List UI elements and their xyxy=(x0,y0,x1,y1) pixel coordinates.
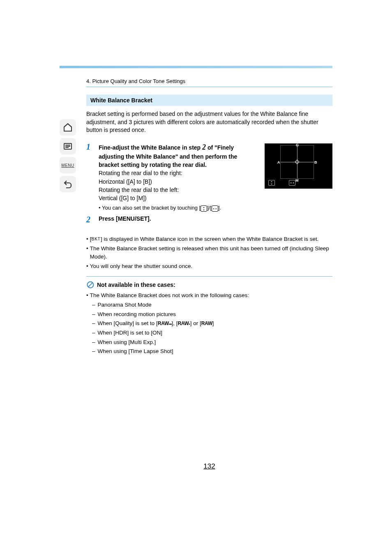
step-2-head: Press [MENU/SET]. xyxy=(99,215,151,222)
vertical-arrows-icon xyxy=(201,205,207,212)
na-lead: •The White Balance Bracket does not work… xyxy=(86,291,332,300)
side-nav: MENU xyxy=(60,119,80,195)
bkt-label: BKT xyxy=(92,237,101,241)
na-i3d: ] xyxy=(212,320,214,326)
wb-label-b: B xyxy=(314,160,317,164)
wb-horizontal-button[interactable] xyxy=(289,180,295,186)
na-list: –Panorama Shot Mode –When recording moti… xyxy=(86,301,332,355)
step-1-note-a: You can also set the bracket by touching… xyxy=(102,205,201,211)
notes-block: • [BKT] is displayed in White Balance ic… xyxy=(86,235,332,270)
na-item: –When using [Multi Exp.] xyxy=(92,338,332,346)
wb-diagram: G A B M xyxy=(265,143,332,189)
header-accent xyxy=(60,66,332,68)
wb-label-m: M xyxy=(295,178,299,182)
menu-icon[interactable]: MENU xyxy=(60,157,76,173)
prohibited-icon xyxy=(86,281,95,289)
note-3: •You will only hear the shutter sound on… xyxy=(86,262,332,270)
na-item: –Panorama Shot Mode xyxy=(92,301,332,309)
step-1-note-c: ]. xyxy=(218,205,221,211)
raw-3: RAW xyxy=(201,321,212,326)
divider xyxy=(86,276,332,277)
step-number: 2 xyxy=(86,215,94,224)
na-i6: When using [Time Lapse Shot] xyxy=(98,347,173,355)
back-icon[interactable] xyxy=(60,176,76,192)
na-title: Not available in these cases: xyxy=(97,282,175,288)
intro-paragraph: Bracket setting is performed based on th… xyxy=(86,110,332,134)
na-i3c: ] or [ xyxy=(190,320,201,326)
step-1-ref: 2 xyxy=(202,143,206,151)
na-i3b: ], [ xyxy=(171,320,178,326)
note-1b: ] is displayed in White Balance icon in … xyxy=(101,236,319,242)
step-1-line3: Rotating the rear dial to the left: xyxy=(99,186,258,194)
note-1: • [BKT] is displayed in White Balance ic… xyxy=(86,235,332,243)
na-i2: When recording motion pictures xyxy=(98,310,176,319)
na-i3a: When [Quality] is set to [ xyxy=(98,320,158,326)
wb-cursor-icon xyxy=(295,159,299,164)
step-1-note-b: ]/[ xyxy=(207,205,212,211)
page-number[interactable]: 132 xyxy=(86,462,332,471)
wb-vertical-button[interactable] xyxy=(268,180,275,186)
na-i5: When using [Multi Exp.] xyxy=(98,338,156,346)
wb-color-grid xyxy=(281,145,314,178)
na-i1: Panorama Shot Mode xyxy=(98,301,152,309)
step-1-line2: Horizontal ([A] to [B]) xyxy=(99,178,258,186)
home-icon[interactable] xyxy=(60,119,76,136)
step-number: 1 xyxy=(86,142,94,212)
step-1: 1 Fine-adjust the White Balance in step … xyxy=(86,142,258,212)
note-3-text: You will only hear the shutter sound onc… xyxy=(90,262,192,270)
step-1-line1: Rotating the rear dial to the right: xyxy=(99,169,258,177)
steps-list: 1 Fine-adjust the White Balance in step … xyxy=(86,142,258,227)
note-2-text: The White Balance Bracket setting is rel… xyxy=(90,245,332,261)
na-lead-text: The White Balance Bracket does not work … xyxy=(90,291,249,300)
na-i4: When [HDR] is set to [ON] xyxy=(98,329,163,337)
na-item: –When [HDR] is set to [ON] xyxy=(92,329,332,337)
na-item: – When [Quality] is set to [RAW•••], [RA… xyxy=(92,319,332,328)
raw-2: RAW xyxy=(178,321,189,326)
step-1-note: • You can also set the bracket by touchi… xyxy=(99,204,258,212)
horizontal-arrows-icon xyxy=(212,205,218,212)
not-available-heading: Not available in these cases: xyxy=(86,281,332,289)
step-1-head-a: Fine-adjust the White Balance in step xyxy=(99,144,202,151)
na-item: –When using [Time Lapse Shot] xyxy=(92,347,332,355)
na-item: –When recording motion pictures xyxy=(92,310,332,319)
breadcrumb: 4. Picture Quality and Color Tone Settin… xyxy=(86,78,332,87)
menu-label: MENU xyxy=(61,163,74,168)
raw-1: RAW xyxy=(158,321,169,326)
section-title: White Balance Bracket xyxy=(86,95,332,106)
note-2: •The White Balance Bracket setting is re… xyxy=(86,245,332,261)
wb-label-a: A xyxy=(277,160,280,164)
main-content: 4. Picture Quality and Color Tone Settin… xyxy=(86,66,332,471)
step-2: 2 Press [MENU/SET]. xyxy=(86,215,258,224)
wb-label-g: G xyxy=(296,143,299,147)
toc-icon[interactable] xyxy=(60,138,76,155)
svg-line-5 xyxy=(88,282,93,287)
step-1-line4: Vertical ([G] to [M]) xyxy=(99,194,258,202)
